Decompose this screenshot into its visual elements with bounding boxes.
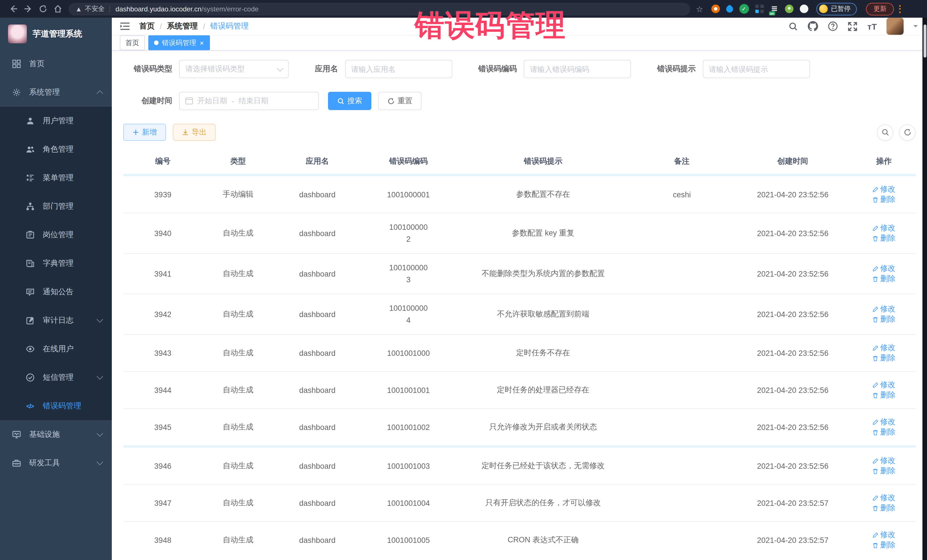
delete-link[interactable]: 删除 — [872, 353, 896, 363]
toggle-search-icon[interactable] — [877, 124, 894, 141]
reload-icon[interactable] — [35, 3, 50, 15]
forward-icon[interactable] — [21, 3, 35, 15]
search-button[interactable]: 搜索 — [328, 92, 371, 110]
table-row[interactable]: 3948自动生成dashboard 1001001005CRON 表达式不正确 … — [123, 522, 916, 558]
security-label: 不安全 — [85, 5, 105, 13]
delete-link[interactable]: 删除 — [872, 427, 896, 437]
error-code-field-wrap — [524, 60, 631, 78]
table-row[interactable]: 3945自动生成dashboard 1001001002只允许修改为开启或者关闭… — [123, 408, 916, 446]
delete-link[interactable]: 删除 — [872, 540, 896, 550]
edit-link[interactable]: 修改 — [872, 343, 896, 353]
sidebar-item-error-code[interactable]: </> 错误码管理 — [0, 392, 112, 420]
edit-link[interactable]: 修改 — [872, 417, 896, 427]
table-row[interactable]: 3942自动生成dashboard 100100000 4不允许获取敏感配置到前… — [123, 294, 916, 334]
table-row[interactable]: 3946自动生成dashboard 1001001003定时任务已经处于该状态，… — [123, 446, 916, 484]
error-code-input[interactable] — [530, 65, 625, 73]
table-row[interactable]: 3940自动生成dashboard 100100000 2参数配置 key 重复… — [123, 213, 916, 253]
sidebar-item-announcements[interactable]: 通知公告 — [0, 278, 112, 306]
sidebar-item-online-users[interactable]: 在线用户 — [0, 335, 112, 363]
edit-link[interactable]: 修改 — [872, 184, 896, 194]
sidebar-item-dictionary[interactable]: 字典管理 — [0, 249, 112, 278]
browser-update-button[interactable]: 更新 — [866, 3, 894, 15]
close-icon[interactable] — [200, 38, 204, 47]
extension-icon-grid[interactable] — [755, 5, 764, 13]
table-row[interactable]: 3947自动生成dashboard 1001001004只有开启状态的任务，才可… — [123, 484, 916, 522]
github-icon[interactable] — [808, 21, 818, 31]
refresh-icon[interactable] — [899, 124, 916, 141]
screen: 错误码管理 ▲ 不安全 dashboard.yudao.iocoder.cn/s… — [0, 0, 927, 560]
sidebar-item-infrastructure[interactable]: 基础设施 — [0, 420, 112, 449]
scrollbar-thumb[interactable] — [923, 24, 926, 58]
sidebar-item-menus[interactable]: 菜单管理 — [0, 164, 112, 192]
sidebar-item-label: 错误码管理 — [43, 401, 103, 411]
user-avatar[interactable] — [886, 18, 904, 35]
delete-link[interactable]: 删除 — [872, 314, 896, 325]
delete-link[interactable]: 删除 — [872, 274, 896, 284]
address-bar[interactable]: ▲ 不安全 dashboard.yudao.iocoder.cn/system/… — [68, 3, 690, 15]
sidebar-item-dev-tools[interactable]: 研发工具 — [0, 449, 112, 477]
extension-icon-orange[interactable] — [711, 5, 720, 13]
app-name-input[interactable] — [351, 65, 446, 73]
edit-link[interactable]: 修改 — [872, 264, 896, 274]
error-type-select[interactable]: 请选择错误码类型 — [179, 60, 289, 78]
sidebar-item-users[interactable]: 用户管理 — [0, 107, 112, 135]
extension-icon-blue-drop[interactable] — [725, 4, 734, 14]
profile-paused-chip[interactable]: 已暂停 — [816, 3, 857, 15]
error-message-input[interactable] — [709, 65, 804, 73]
font-size-icon[interactable]: ᴛT — [868, 21, 877, 31]
security-warning-icon[interactable]: ▲ — [75, 5, 82, 13]
table-row[interactable]: 3939手动编辑dashboard 1001000001参数配置不存在ceshi… — [123, 175, 916, 213]
edit-link[interactable]: 修改 — [872, 223, 896, 233]
error-code-table: 编号 类型 应用名 错误码编码 错误码提示 备注 创建时间 操作 3939手动编 — [123, 149, 916, 558]
export-button[interactable]: 导出 — [173, 124, 216, 141]
tab-error-code[interactable]: 错误码管理 — [148, 35, 210, 50]
sidebar-item-roles[interactable]: 角色管理 — [0, 135, 112, 164]
search-button-label: 搜索 — [347, 96, 362, 106]
browser-menu-icon[interactable] — [899, 5, 901, 13]
delete-link[interactable]: 删除 — [872, 194, 896, 205]
add-button[interactable]: 新增 — [123, 124, 166, 141]
extension-icon-list[interactable]: on — [770, 5, 778, 13]
table-row[interactable]: 3944自动生成dashboard 1001001001定时任务的处理器已经存在… — [123, 372, 916, 408]
bookmark-star-icon[interactable]: ☆ — [696, 4, 703, 14]
chevron-down-icon — [97, 459, 103, 465]
extension-icon-green-check[interactable]: ✓ — [739, 4, 749, 14]
sidebar-item-sms[interactable]: 短信管理 — [0, 363, 112, 392]
select-placeholder: 请选择错误码类型 — [185, 64, 245, 74]
search-icon[interactable] — [789, 21, 798, 31]
sidebar-fold-icon[interactable] — [120, 22, 130, 31]
delete-link[interactable]: 删除 — [872, 466, 896, 476]
tab-label: 首页 — [126, 38, 139, 48]
edit-link[interactable]: 修改 — [872, 304, 896, 314]
edit-link[interactable]: 修改 — [872, 530, 896, 540]
sidebar-item-home[interactable]: 首页 — [0, 50, 112, 78]
tab-home[interactable]: 首页 — [120, 35, 145, 50]
sidebar-item-label: 基础设施 — [29, 429, 97, 440]
sidebar-item-audit-log[interactable]: 审计日志 — [0, 306, 112, 335]
reset-button[interactable]: 重置 — [378, 92, 422, 110]
extension-icon-key[interactable] — [785, 5, 793, 13]
date-range-picker[interactable]: 开始日期 - 结束日期 — [179, 92, 319, 110]
breadcrumb-home[interactable]: 首页 — [139, 21, 155, 31]
home-icon[interactable] — [50, 3, 65, 15]
badge-icon — [25, 230, 35, 240]
table-row[interactable]: 3943自动生成dashboard 1001001000定时任务不存在 2021… — [123, 334, 916, 372]
table-row[interactable]: 3941自动生成dashboard 100100000 3不能删除类型为系统内置… — [123, 253, 916, 294]
sidebar-item-posts[interactable]: 岗位管理 — [0, 221, 112, 249]
help-icon[interactable] — [828, 21, 838, 31]
fullscreen-icon[interactable] — [848, 21, 858, 31]
back-icon[interactable] — [6, 3, 21, 15]
edit-link[interactable]: 修改 — [872, 380, 896, 390]
delete-link[interactable]: 删除 — [872, 390, 896, 400]
edit-link[interactable]: 修改 — [872, 493, 896, 503]
avatar-caret-icon[interactable] — [913, 25, 918, 30]
delete-link[interactable]: 删除 — [872, 233, 896, 243]
window-scrollbar[interactable] — [922, 18, 927, 560]
breadcrumb-system[interactable]: 系统管理 — [167, 21, 198, 31]
edit-link[interactable]: 修改 — [872, 456, 896, 466]
form-item-error-type: 错误码类型 请选择错误码类型 — [123, 60, 289, 78]
extension-icon-puppet[interactable] — [799, 5, 808, 13]
sidebar-item-departments[interactable]: 部门管理 — [0, 192, 112, 221]
sidebar-item-system[interactable]: 系统管理 — [0, 78, 112, 107]
delete-link[interactable]: 删除 — [872, 503, 896, 513]
